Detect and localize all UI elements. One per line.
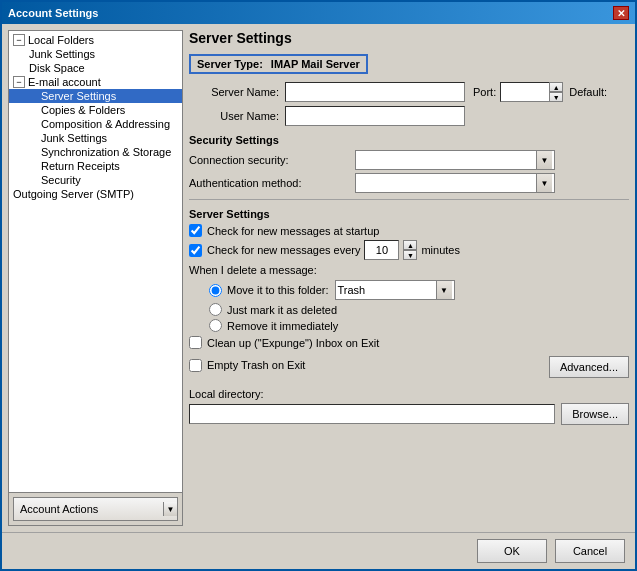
connection-security-row: Connection security: ▼ (189, 150, 629, 170)
server-name-input[interactable] (285, 82, 465, 102)
sidebar-item-local-folders[interactable]: − Local Folders (9, 33, 182, 47)
server-name-label: Server Name: (189, 86, 279, 98)
sidebar-item-return-receipts[interactable]: Return Receipts (9, 159, 182, 173)
minutes-down-button[interactable]: ▼ (403, 250, 417, 260)
account-settings-window: Account Settings ✕ − Local Folders Junk … (0, 0, 637, 571)
auth-method-row: Authentication method: ▼ (189, 173, 629, 193)
remove-immediately-radio[interactable] (209, 319, 222, 332)
clean-up-label[interactable]: Clean up ("Expunge") Inbox on Exit (207, 337, 379, 349)
remove-immediately-row: Remove it immediately (209, 319, 629, 332)
just-mark-label[interactable]: Just mark it as deleted (227, 304, 337, 316)
sidebar-item-disk-space-label: Disk Space (29, 62, 85, 74)
minutes-label: minutes (421, 244, 460, 256)
window-footer: OK Cancel (2, 532, 635, 569)
sidebar-item-junk-settings2[interactable]: Junk Settings (9, 131, 182, 145)
local-directory-input[interactable] (189, 404, 555, 424)
sidebar-item-junk-settings[interactable]: Junk Settings (9, 47, 182, 61)
sidebar-item-copies-folders-label: Copies & Folders (41, 104, 125, 116)
empty-trash-label[interactable]: Empty Trash on Exit (207, 359, 305, 371)
clean-up-checkbox[interactable] (189, 336, 202, 349)
empty-trash-advanced-row: Empty Trash on Exit Advanced... (189, 352, 629, 378)
move-to-folder-radio[interactable] (209, 284, 222, 297)
cancel-button[interactable]: Cancel (555, 539, 625, 563)
sidebar: − Local Folders Junk Settings Disk Space… (8, 30, 183, 526)
browse-button[interactable]: Browse... (561, 403, 629, 425)
title-bar: Account Settings ✕ (2, 2, 635, 24)
auth-method-combo[interactable]: ▼ (355, 173, 555, 193)
check-every-row: Check for new messages every ▲ ▼ minutes (189, 240, 629, 260)
port-up-button[interactable]: ▲ (549, 82, 563, 92)
sidebar-item-junk-settings2-label: Junk Settings (41, 132, 107, 144)
trash-folder-combo[interactable]: Trash ▼ (335, 280, 455, 300)
minutes-input[interactable] (364, 240, 399, 260)
local-directory-row: Browse... (189, 403, 629, 425)
username-input[interactable] (285, 106, 465, 126)
security-section-header: Security Settings (189, 134, 629, 146)
sidebar-item-copies-folders[interactable]: Copies & Folders (9, 103, 182, 117)
account-actions-label: Account Actions (20, 503, 98, 515)
empty-trash-row: Empty Trash on Exit (189, 359, 305, 372)
server-type-value: IMAP Mail Server (271, 58, 360, 70)
main-panel: Server Settings Server Type: IMAP Mail S… (189, 30, 629, 526)
sidebar-footer: Account Actions ▼ (9, 492, 182, 525)
check-startup-checkbox[interactable] (189, 224, 202, 237)
just-mark-row: Just mark it as deleted (209, 303, 629, 316)
sidebar-item-junk-settings-label: Junk Settings (29, 48, 95, 60)
minutes-spinner: ▲ ▼ (360, 240, 417, 260)
delete-message-label: When I delete a message: (189, 264, 629, 276)
ok-button[interactable]: OK (477, 539, 547, 563)
empty-trash-checkbox[interactable] (189, 359, 202, 372)
sidebar-item-server-settings[interactable]: Server Settings (9, 89, 182, 103)
clean-up-row: Clean up ("Expunge") Inbox on Exit (189, 336, 629, 349)
move-to-folder-row: Move it to this folder: Trash ▼ (209, 280, 629, 300)
connection-security-combo[interactable]: ▼ (355, 150, 555, 170)
sidebar-item-sync-storage[interactable]: Synchronization & Storage (9, 145, 182, 159)
check-every-label[interactable]: Check for new messages every (207, 244, 360, 256)
server-type-box: Server Type: IMAP Mail Server (189, 54, 368, 74)
sidebar-item-security[interactable]: Security (9, 173, 182, 187)
port-input[interactable] (500, 82, 550, 102)
panel-content: Server Settings Server Type: IMAP Mail S… (189, 30, 629, 526)
radio-group: Move it to this folder: Trash ▼ Just mar… (209, 280, 629, 332)
sidebar-item-server-settings-label: Server Settings (41, 90, 116, 102)
sidebar-item-outgoing-smtp[interactable]: Outgoing Server (SMTP) (9, 187, 182, 201)
just-mark-radio[interactable] (209, 303, 222, 316)
toggle-email-account[interactable]: − (13, 76, 25, 88)
close-button[interactable]: ✕ (613, 6, 629, 20)
sidebar-item-email-account-label: E-mail account (28, 76, 101, 88)
remove-immediately-label[interactable]: Remove it immediately (227, 320, 338, 332)
server-type-label: Server Type: (197, 58, 263, 70)
window-body: − Local Folders Junk Settings Disk Space… (2, 24, 635, 532)
sidebar-item-composition-addressing[interactable]: Composition & Addressing (9, 117, 182, 131)
local-directory-section: Local directory: Browse... (189, 388, 629, 425)
advanced-button[interactable]: Advanced... (549, 356, 629, 378)
username-label: User Name: (189, 110, 279, 122)
local-directory-label: Local directory: (189, 388, 629, 400)
auth-method-label: Authentication method: (189, 177, 349, 189)
sidebar-item-return-receipts-label: Return Receipts (41, 160, 120, 172)
check-startup-row: Check for new messages at startup (189, 224, 629, 237)
divider (189, 199, 629, 200)
toggle-local-folders[interactable]: − (13, 34, 25, 46)
account-actions-button[interactable]: Account Actions ▼ (13, 497, 178, 521)
sidebar-item-sync-storage-label: Synchronization & Storage (41, 146, 171, 158)
check-every-checkbox[interactable] (189, 244, 202, 257)
sidebar-item-local-folders-label: Local Folders (28, 34, 94, 46)
port-spinner: ▲ ▼ (549, 82, 563, 102)
trash-folder-value: Trash (338, 284, 366, 296)
connection-security-label: Connection security: (189, 154, 349, 166)
minutes-up-button[interactable]: ▲ (403, 240, 417, 250)
server-name-row: Server Name: Port: ▲ ▼ Default: (189, 82, 629, 102)
sidebar-item-email-account[interactable]: − E-mail account (9, 75, 182, 89)
account-actions-dropdown-arrow: ▼ (163, 502, 177, 516)
panel-title: Server Settings (189, 30, 629, 46)
sidebar-tree: − Local Folders Junk Settings Disk Space… (9, 31, 182, 492)
move-to-folder-label[interactable]: Move it to this folder: (227, 284, 329, 296)
server-settings-section-header: Server Settings (189, 208, 629, 220)
sidebar-item-disk-space[interactable]: Disk Space (9, 61, 182, 75)
port-label: Port: (473, 86, 496, 98)
window-title: Account Settings (8, 7, 98, 19)
check-startup-label[interactable]: Check for new messages at startup (207, 225, 379, 237)
trash-folder-arrow: ▼ (436, 281, 452, 299)
port-down-button[interactable]: ▼ (549, 92, 563, 102)
